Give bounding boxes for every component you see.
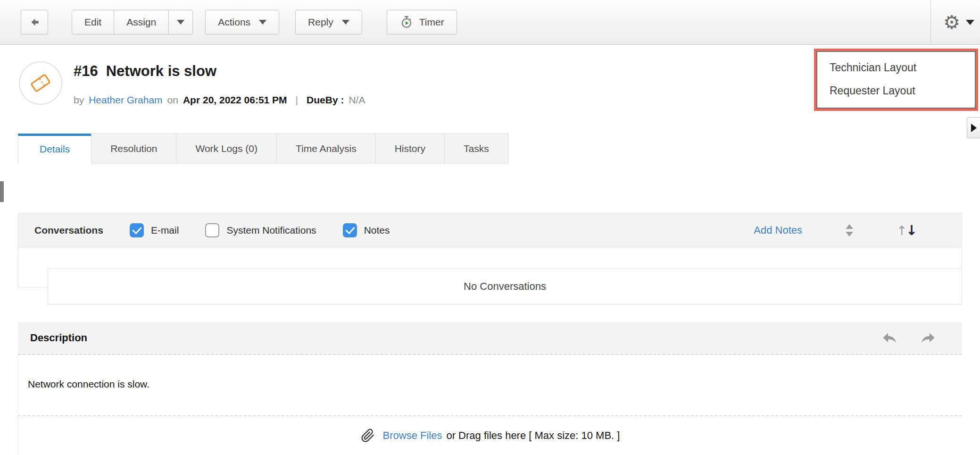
conversations-header: Conversations E-mail System Notification… bbox=[18, 213, 962, 247]
expand-collapse-icon[interactable] bbox=[846, 224, 853, 236]
timer-label: Timer bbox=[419, 17, 444, 28]
dueby-label: DueBy : bbox=[307, 94, 344, 106]
add-notes-link[interactable]: Add Notes bbox=[754, 224, 802, 236]
on-label: on bbox=[167, 94, 178, 106]
assign-button[interactable]: Assign bbox=[114, 10, 169, 34]
timer-button[interactable]: Timer bbox=[387, 10, 457, 34]
checkbox-unchecked-icon bbox=[205, 223, 219, 237]
toolbar-right: ⚙ bbox=[930, 0, 980, 44]
description-title: Description bbox=[30, 332, 87, 344]
chevron-down-icon bbox=[342, 20, 349, 25]
reply-label: Reply bbox=[308, 17, 333, 28]
ticket-byline: by Heather Graham on Apr 20, 2022 06:51 … bbox=[74, 94, 365, 106]
checkbox-checked-icon bbox=[343, 223, 357, 237]
no-conversations-text: No Conversations bbox=[464, 280, 546, 293]
collapse-panel-button[interactable] bbox=[967, 117, 980, 138]
description-actions bbox=[881, 329, 950, 346]
arrow-down-icon: ↓ bbox=[906, 222, 917, 238]
divider-pipe: | bbox=[296, 94, 298, 106]
checkbox-checked-icon bbox=[130, 223, 144, 237]
menu-item-requester-layout[interactable]: Requester Layout bbox=[817, 79, 975, 102]
ticket-detail-page: Edit Assign Actions Reply Timer bbox=[0, 0, 980, 455]
forward-icon[interactable] bbox=[920, 329, 937, 346]
conversations-body: No Conversations bbox=[18, 247, 962, 287]
stopwatch-icon bbox=[399, 15, 414, 29]
back-button[interactable] bbox=[21, 10, 48, 34]
triangle-right-icon bbox=[971, 124, 977, 132]
chevron-down-icon bbox=[177, 20, 184, 25]
no-conversations-box: No Conversations bbox=[48, 268, 962, 304]
reply-icon[interactable] bbox=[881, 329, 898, 346]
gear-icon: ⚙ bbox=[943, 13, 960, 32]
chevron-down-icon bbox=[259, 20, 266, 25]
tab-resolution[interactable]: Resolution bbox=[91, 134, 176, 163]
filter-notes-label: Notes bbox=[364, 225, 390, 236]
paperclip-icon bbox=[361, 429, 375, 443]
tab-tasks[interactable]: Tasks bbox=[444, 134, 508, 163]
toolbar: Edit Assign Actions Reply Timer bbox=[0, 0, 980, 45]
reply-button[interactable]: Reply bbox=[295, 10, 362, 34]
conversations-section: Conversations E-mail System Notification… bbox=[18, 213, 962, 287]
panel-drag-handle[interactable] bbox=[0, 181, 4, 202]
by-label: by bbox=[74, 94, 84, 106]
tab-details[interactable]: Details bbox=[18, 134, 91, 163]
toolbar-divider bbox=[930, 0, 931, 45]
conversations-title: Conversations bbox=[34, 225, 103, 236]
conversations-actions: Add Notes ↑ ↓ bbox=[754, 222, 946, 238]
created-timestamp: Apr 20, 2022 06:51 PM bbox=[183, 94, 287, 106]
filter-system-notifications-label: System Notifications bbox=[226, 225, 316, 236]
ticket-subject: Network is slow bbox=[106, 63, 216, 79]
triangle-up-icon bbox=[846, 224, 853, 229]
dueby-value: N/A bbox=[349, 94, 365, 106]
actions-button[interactable]: Actions bbox=[205, 10, 279, 34]
triangle-down-icon bbox=[846, 232, 853, 236]
drag-files-hint: or Drag files here [ Max size: 10 MB. ] bbox=[446, 430, 620, 442]
layout-menu: Technician Layout Requester Layout bbox=[814, 49, 978, 111]
sort-order-icon[interactable]: ↑ ↓ bbox=[897, 222, 917, 238]
ticket-avatar bbox=[19, 61, 62, 105]
tab-work-logs[interactable]: Work Logs (0) bbox=[176, 134, 277, 163]
menu-item-technician-layout[interactable]: Technician Layout bbox=[817, 56, 975, 79]
edit-assign-group: Edit Assign bbox=[72, 10, 193, 34]
filter-notes[interactable]: Notes bbox=[343, 223, 390, 237]
requester-link[interactable]: Heather Graham bbox=[89, 94, 162, 106]
page-title: #16Network is slow bbox=[74, 63, 216, 80]
filter-email-label: E-mail bbox=[151, 225, 179, 236]
filter-system-notifications[interactable]: System Notifications bbox=[205, 223, 316, 237]
assign-dropdown-button[interactable] bbox=[168, 10, 193, 34]
description-section: Description Network connection is slow. … bbox=[18, 322, 962, 455]
ticket-icon bbox=[27, 70, 54, 96]
settings-gear-button[interactable]: ⚙ bbox=[943, 13, 980, 32]
description-text: Network connection is slow. bbox=[18, 355, 962, 390]
tab-bar: Details Resolution Work Logs (0) Time An… bbox=[18, 134, 508, 163]
filter-email[interactable]: E-mail bbox=[130, 223, 179, 237]
actions-label: Actions bbox=[218, 17, 250, 28]
browse-files-link[interactable]: Browse Files bbox=[383, 430, 442, 442]
layout-menu-list: Technician Layout Requester Layout bbox=[816, 51, 976, 109]
ticket-id: #16 bbox=[74, 63, 98, 79]
chevron-down-icon bbox=[966, 20, 974, 25]
tab-history[interactable]: History bbox=[375, 134, 445, 163]
description-header: Description bbox=[18, 322, 962, 355]
attachment-dropzone[interactable]: Browse Files or Drag files here [ Max si… bbox=[18, 415, 962, 455]
description-body: Network connection is slow. bbox=[18, 355, 962, 415]
back-arrow-icon bbox=[28, 16, 41, 28]
edit-button[interactable]: Edit bbox=[72, 10, 114, 34]
tab-time-analysis[interactable]: Time Analysis bbox=[276, 134, 376, 163]
